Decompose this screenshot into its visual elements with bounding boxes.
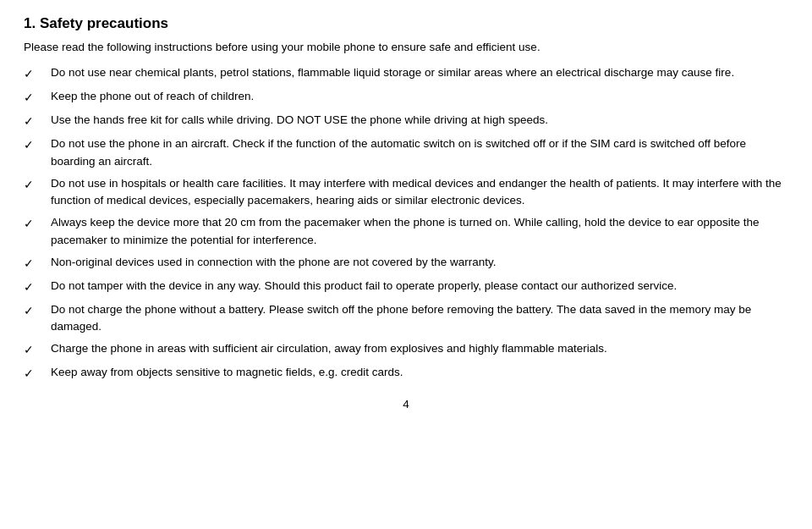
check-icon: ✓	[24, 254, 51, 273]
intro-text: Please read the following instructions b…	[24, 39, 788, 56]
list-item: ✓Do not use near chemical plants, petrol…	[24, 64, 788, 83]
item-text: Do not use near chemical plants, petrol …	[51, 64, 788, 81]
safety-checklist: ✓Do not use near chemical plants, petrol…	[24, 64, 788, 383]
page-title: 1. Safety precautions	[24, 15, 788, 32]
check-icon: ✓	[24, 135, 51, 154]
list-item: ✓Charge the phone in areas with sufficie…	[24, 340, 788, 359]
item-text: Do not tamper with the device in any way…	[51, 278, 788, 295]
item-text: Always keep the device more that 20 cm f…	[51, 214, 788, 249]
check-icon: ✓	[24, 112, 51, 130]
list-item: ✓Do not tamper with the device in any wa…	[24, 278, 788, 296]
list-item: ✓Use the hands free kit for calls while …	[24, 112, 788, 130]
check-icon: ✓	[24, 175, 51, 194]
item-text: Charge the phone in areas with sufficien…	[51, 340, 788, 357]
page-number: 4	[24, 398, 788, 411]
list-item: ✓Do not use the phone in an aircraft. Ch…	[24, 135, 788, 170]
check-icon: ✓	[24, 64, 51, 83]
check-icon: ✓	[24, 88, 51, 107]
check-icon: ✓	[24, 278, 51, 296]
item-text: Non-original devices used in connection …	[51, 254, 788, 271]
list-item: ✓Always keep the device more that 20 cm …	[24, 214, 788, 249]
list-item: ✓Keep away from objects sensitive to mag…	[24, 364, 788, 383]
item-text: Do not use the phone in an aircraft. Che…	[51, 135, 788, 170]
check-icon: ✓	[24, 301, 51, 320]
list-item: ✓Non-original devices used in connection…	[24, 254, 788, 273]
item-text: Keep away from objects sensitive to magn…	[51, 364, 788, 381]
list-item: ✓Do not charge the phone without a batte…	[24, 301, 788, 336]
list-item: ✓Do not use in hospitals or health care …	[24, 175, 788, 210]
item-text: Keep the phone out of reach of children.	[51, 88, 788, 105]
item-text: Do not use in hospitals or health care f…	[51, 175, 788, 210]
check-icon: ✓	[24, 340, 51, 359]
list-item: ✓Keep the phone out of reach of children…	[24, 88, 788, 107]
check-icon: ✓	[24, 214, 51, 233]
item-text: Do not charge the phone without a batter…	[51, 301, 788, 336]
item-text: Use the hands free kit for calls while d…	[51, 112, 788, 129]
check-icon: ✓	[24, 364, 51, 383]
